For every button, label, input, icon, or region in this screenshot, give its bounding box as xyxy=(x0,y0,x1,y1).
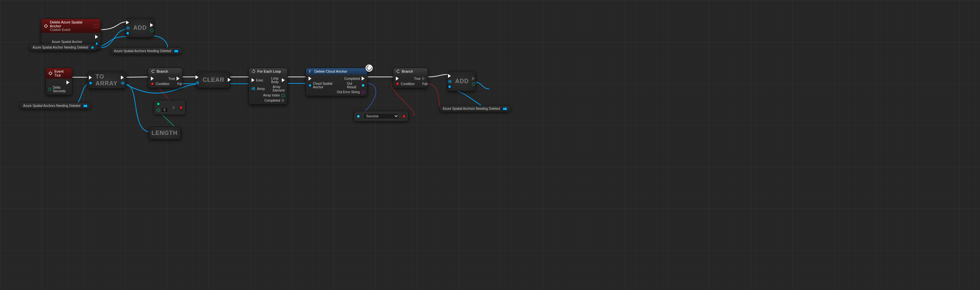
completed-out-pin[interactable]: Completed xyxy=(264,99,285,102)
true-out-pin[interactable]: True xyxy=(169,76,180,80)
node-delete-cloud-anchor[interactable]: f Delete Cloud Anchor Completed Cloud Sp… xyxy=(305,68,368,96)
node-subtitle: Custom Event xyxy=(50,28,92,32)
node-header: f Delete Cloud Anchor xyxy=(306,68,367,75)
array-element-out-pin[interactable]: Array Element xyxy=(273,85,288,92)
node-title: CLEAR xyxy=(203,76,224,83)
item-pin[interactable] xyxy=(126,32,129,35)
delta-seconds-pin[interactable]: Delta Seconds xyxy=(49,86,69,93)
node-title: For Each Loop xyxy=(258,69,281,73)
svg-text:f: f xyxy=(309,69,310,73)
bool-out-pin[interactable] xyxy=(180,106,183,109)
exec-in-pin[interactable] xyxy=(309,76,312,80)
var-label: Azure Spatial Anchors Needing Deleted xyxy=(114,49,171,53)
array-target-pin[interactable] xyxy=(196,81,199,84)
node-header: For Each Loop xyxy=(249,68,287,75)
out-result-pin[interactable]: Out Result xyxy=(347,82,364,89)
exec-out-pin[interactable] xyxy=(121,76,124,80)
node-title: Delete Azure Spatial Anchor xyxy=(50,20,92,28)
condition-in-pin[interactable]: Condition xyxy=(396,82,414,86)
wire-layer xyxy=(0,0,980,290)
var-label: Azure Spatial Anchor Needing Deleted xyxy=(33,46,88,49)
exec-out-pin[interactable] xyxy=(95,35,98,39)
array-out-pin[interactable] xyxy=(121,81,125,85)
a-in-pin[interactable] xyxy=(157,102,160,105)
node-branch-2[interactable]: Branch True Condition False xyxy=(393,68,428,88)
node-title: LENGTH xyxy=(151,130,178,137)
enum-dropdown[interactable]: Success xyxy=(363,113,399,119)
loop-icon xyxy=(251,69,255,73)
completed-out-pin[interactable]: Completed xyxy=(344,76,364,80)
var-azure-spatial-anchors-needing-deleted-left[interactable]: Azure Spatial Anchors Needing Deleted xyxy=(19,102,91,109)
node-header: Branch xyxy=(393,68,428,75)
exec-out-pin[interactable] xyxy=(67,80,69,84)
node-title: Event Tick xyxy=(54,69,69,77)
node-array-length[interactable]: LENGTH xyxy=(149,126,181,139)
exec-out-pin[interactable] xyxy=(228,78,231,82)
var-azure-spatial-anchors-needing-deleted-right[interactable]: Azure Spatial Anchors Needing Deleted xyxy=(439,105,511,112)
event-icon xyxy=(44,24,48,28)
node-title: ADD xyxy=(133,24,147,31)
literal-value[interactable]: 0 xyxy=(161,108,168,112)
exec-in-pin[interactable]: Exec xyxy=(251,78,263,82)
length-out-pin[interactable] xyxy=(181,131,181,135)
true-out-pin[interactable]: True xyxy=(414,76,425,80)
node-title: Branch xyxy=(402,69,413,73)
exec-out-pin[interactable] xyxy=(150,23,153,27)
exec-in-pin[interactable] xyxy=(448,74,451,78)
cloud-spatial-anchor-in-pin[interactable]: Cloud Spatial Anchor xyxy=(309,82,339,89)
branch-icon xyxy=(151,69,155,73)
array-in-pin[interactable]: Array xyxy=(251,87,265,91)
bool-out-pin[interactable] xyxy=(402,115,406,118)
node-event-tick[interactable]: Event Tick Delta Seconds xyxy=(46,68,72,95)
node-array-add-right[interactable]: ADD xyxy=(448,71,476,91)
node-equal-enum[interactable]: Success xyxy=(354,111,409,121)
exec-in-pin[interactable] xyxy=(126,21,129,24)
array-index-out-pin[interactable]: Array Index xyxy=(263,94,285,97)
event-icon xyxy=(49,72,52,75)
greater-icon: > xyxy=(172,105,175,110)
condition-in-pin[interactable]: Condition xyxy=(151,82,169,86)
var-azure-spatial-anchors-needing-deleted-top[interactable]: Azure Spatial Anchors Needing Deleted xyxy=(110,48,182,54)
node-title: ADD xyxy=(455,78,469,85)
node-array-clear[interactable]: CLEAR xyxy=(196,72,230,88)
item-pin[interactable] xyxy=(448,85,451,88)
index-out-pin[interactable] xyxy=(150,29,153,32)
out-error-string-pin[interactable]: Out Error String xyxy=(337,90,364,94)
node-for-each-loop[interactable]: For Each Loop Exec Loop Body Array Array… xyxy=(248,68,288,105)
node-to-array[interactable]: TO ARRAY xyxy=(88,72,126,89)
branch-icon xyxy=(396,69,400,73)
b-in-pin[interactable] xyxy=(157,108,160,112)
node-title: Delete Cloud Anchor xyxy=(314,69,347,73)
enum-in-pin[interactable] xyxy=(357,115,360,118)
var-out-pin[interactable] xyxy=(174,49,178,53)
node-header: Event Tick xyxy=(46,68,72,78)
node-greater-than[interactable]: 0 > xyxy=(154,100,186,115)
exec-in-pin[interactable] xyxy=(196,75,199,79)
node-title: TO ARRAY xyxy=(95,73,117,87)
false-out-pin[interactable]: False xyxy=(422,82,428,86)
index-out-pin[interactable] xyxy=(472,83,475,86)
exec-in-pin[interactable] xyxy=(151,76,154,80)
false-out-pin[interactable]: False xyxy=(177,82,183,86)
exec-in-pin[interactable] xyxy=(89,76,92,80)
node-header: Branch xyxy=(148,68,182,75)
delegate-pin-icon[interactable] xyxy=(94,24,98,28)
node-header: Delete Azure Spatial Anchor Custom Event xyxy=(41,19,101,33)
exec-out-pin[interactable] xyxy=(472,76,475,80)
var-out-pin[interactable] xyxy=(83,104,88,108)
var-out-pin[interactable] xyxy=(91,46,94,49)
node-array-add-top[interactable]: ADD xyxy=(126,18,154,37)
array-target-pin[interactable] xyxy=(448,80,452,83)
function-icon: f xyxy=(309,69,312,73)
var-out-pin[interactable] xyxy=(503,107,507,110)
latent-clock-icon xyxy=(366,65,373,72)
var-azure-spatial-anchor-needing-deleted[interactable]: Azure Spatial Anchor Needing Deleted xyxy=(29,44,98,51)
var-label: Azure Spatial Anchors Needing Deleted xyxy=(23,104,81,108)
var-label: Azure Spatial Anchors Needing Deleted xyxy=(443,107,500,110)
node-branch-1[interactable]: Branch True Condition False xyxy=(148,68,183,88)
exec-in-pin[interactable] xyxy=(396,76,399,80)
input-pin[interactable] xyxy=(89,81,92,85)
node-title: Branch xyxy=(157,69,168,73)
loop-body-out-pin[interactable]: Loop Body xyxy=(271,76,285,84)
array-target-pin[interactable] xyxy=(126,26,130,30)
